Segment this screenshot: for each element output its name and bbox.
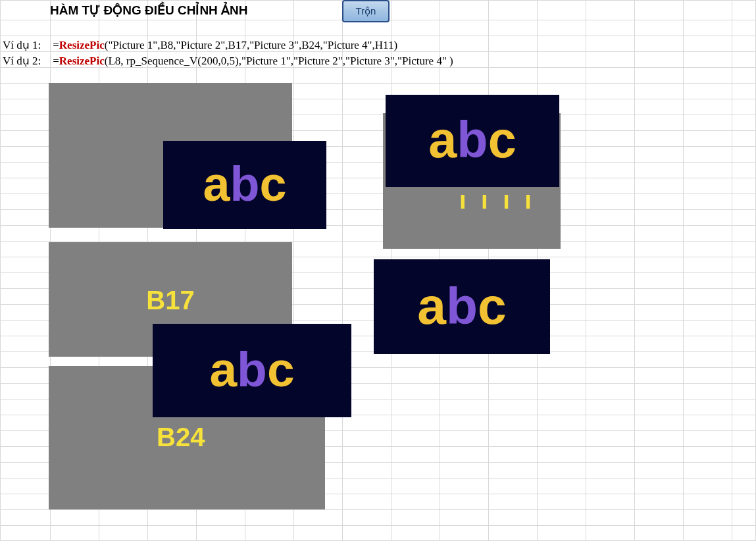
svg-text:abc: abc bbox=[209, 342, 294, 397]
picture-abc-bottom-left[interactable]: abc bbox=[153, 324, 351, 417]
abc-icon: abc bbox=[383, 265, 541, 349]
formula-args-1: ("Picture 1",B8,"Picture 2",B17,"Picture… bbox=[105, 39, 397, 51]
svg-text:abc: abc bbox=[428, 111, 516, 168]
mix-button[interactable]: Trộn bbox=[342, 0, 390, 22]
abc-icon: abc bbox=[166, 330, 338, 411]
example-2-label: Ví dụ 2: bbox=[3, 54, 50, 68]
formula-eq: = bbox=[53, 39, 59, 51]
b24-label: B24 bbox=[157, 423, 205, 452]
example-row-2: Ví dụ 2: =ResizePic(L8, rp_Sequence_V(20… bbox=[3, 54, 453, 68]
svg-text:abc: abc bbox=[417, 277, 507, 335]
formula-args-2: (L8, rp_Sequence_V(200,0,5),"Picture 1",… bbox=[105, 55, 453, 67]
picture-abc-top-left[interactable]: abc bbox=[163, 141, 326, 229]
abc-icon: abc bbox=[171, 145, 318, 224]
h11-partial-label: ı ı ı ı bbox=[459, 186, 536, 215]
function-name: ResizePic bbox=[59, 39, 105, 51]
function-name: ResizePic bbox=[59, 55, 105, 67]
svg-text:abc: abc bbox=[203, 157, 286, 211]
b17-label: B17 bbox=[146, 286, 194, 315]
example-1-label: Ví dụ 1: bbox=[3, 38, 50, 52]
abc-icon: abc bbox=[395, 99, 550, 182]
page-title: HÀM TỰ ĐỘNG ĐIỀU CHỈNH ẢNH bbox=[50, 3, 248, 18]
formula-eq: = bbox=[53, 55, 59, 67]
picture-abc-top-right[interactable]: abc bbox=[386, 95, 559, 187]
picture-abc-mid-right[interactable]: abc bbox=[374, 259, 550, 354]
example-row-1: Ví dụ 1: =ResizePic("Picture 1",B8,"Pict… bbox=[3, 38, 397, 52]
